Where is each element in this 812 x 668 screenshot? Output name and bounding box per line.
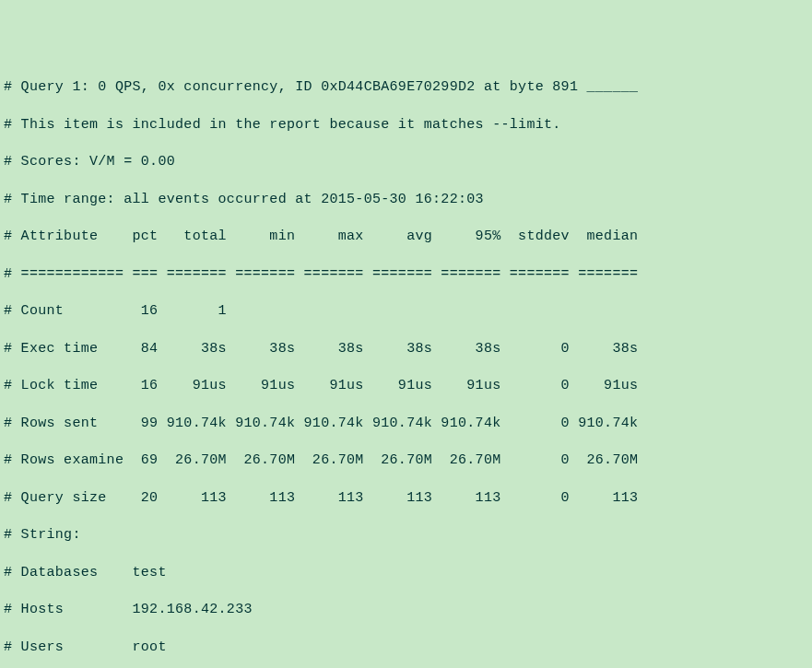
query-header-line: # Query 1: 0 QPS, 0x concurrency, ID 0xD…	[4, 78, 808, 97]
databases-line: # Databases test	[4, 564, 808, 582]
hosts-line: # Hosts 192.168.42.233	[4, 601, 808, 619]
stat-row-rows-examine: # Rows examine 69 26.70M 26.70M 26.70M 2…	[4, 451, 808, 470]
stat-row-exec-time: # Exec time 84 38s 38s 38s 38s 38s 0 38s	[4, 340, 808, 358]
stat-row-rows-sent: # Rows sent 99 910.74k 910.74k 910.74k 9…	[4, 415, 808, 433]
stat-row-query-size: # Query size 20 113 113 113 113 113 0 11…	[4, 489, 808, 508]
time-range-line: # Time range: all events occurred at 201…	[4, 191, 808, 209]
stat-row-lock-time: # Lock time 16 91us 91us 91us 91us 91us …	[4, 377, 808, 395]
scores-line: # Scores: V/M = 0.00	[4, 153, 808, 171]
users-line: # Users root	[4, 639, 808, 657]
attribute-header-row: # Attribute pct total min max avg 95% st…	[4, 228, 808, 246]
stat-row-count: # Count 16 1	[4, 302, 808, 321]
included-note-line: # This item is included in the report be…	[4, 116, 808, 135]
string-heading: # String:	[4, 526, 808, 545]
attribute-separator-row: # ============ === ======= ======= =====…	[4, 265, 808, 284]
